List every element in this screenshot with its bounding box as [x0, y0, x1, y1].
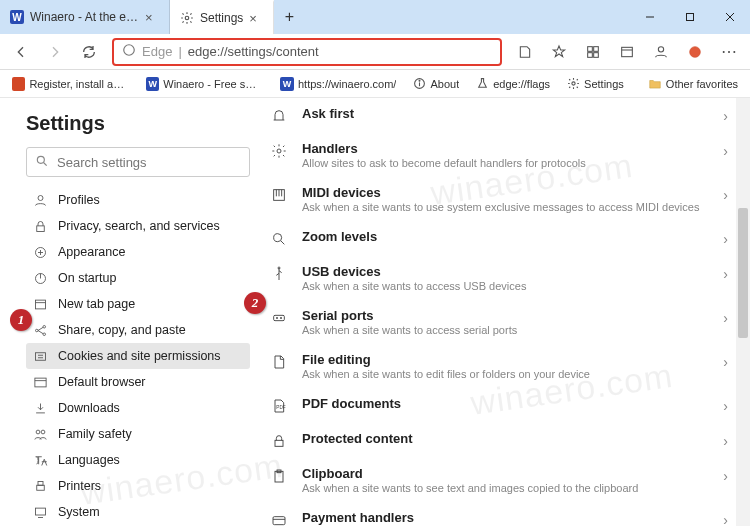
scrollbar-thumb[interactable]	[738, 208, 748, 338]
sidebar-item-appearance[interactable]: Appearance	[26, 239, 250, 265]
back-button[interactable]	[6, 37, 36, 67]
chevron-right-icon: ›	[723, 433, 734, 449]
sidebar-item-system[interactable]: System	[26, 499, 250, 525]
chevron-right-icon: ›	[723, 398, 734, 414]
menu-button[interactable]: ⋯	[714, 37, 744, 67]
search-input[interactable]: Search settings	[26, 147, 250, 177]
edge-icon	[122, 43, 136, 60]
tab-winaero[interactable]: W Winaero - At the edge of tweak ×	[0, 0, 170, 34]
svg-rect-52	[274, 315, 285, 320]
permission-file[interactable]: File editingAsk when a site wants to edi…	[266, 344, 738, 388]
permission-protected[interactable]: Protected content›	[266, 423, 738, 458]
sidebar-item-label: On startup	[58, 271, 116, 285]
svg-rect-37	[36, 485, 44, 490]
lock-icon	[32, 218, 48, 234]
svg-point-35	[36, 430, 40, 434]
svg-point-28	[43, 325, 46, 328]
system-icon	[32, 504, 48, 520]
permission-midi[interactable]: MIDI devicesAsk when a site wants to use…	[266, 177, 738, 221]
svg-rect-8	[588, 52, 593, 57]
chevron-right-icon: ›	[723, 512, 734, 526]
svg-rect-59	[273, 517, 285, 525]
sidebar-item-lock[interactable]: Privacy, search, and services	[26, 213, 250, 239]
svg-line-50	[281, 241, 284, 244]
serial-icon	[270, 309, 288, 327]
permission-usb[interactable]: USB devicesAsk when a site wants to acce…	[266, 256, 738, 300]
printer-icon	[32, 478, 48, 494]
sidebar-item-printer[interactable]: Printers	[26, 473, 250, 499]
sidebar-item-label: New tab page	[58, 297, 135, 311]
svg-line-19	[44, 162, 47, 165]
download-icon	[32, 400, 48, 416]
content-area: Settings Search settings ProfilesPrivacy…	[0, 98, 750, 526]
close-icon[interactable]: ×	[145, 10, 159, 24]
chevron-right-icon: ›	[723, 354, 734, 370]
search-icon	[35, 154, 49, 171]
sidebar-item-permissions[interactable]: Cookies and site permissions	[26, 343, 250, 369]
info-icon	[412, 77, 426, 91]
page-title: Settings	[26, 112, 250, 135]
sidebar-item-share[interactable]: Share, copy, and paste	[26, 317, 250, 343]
permission-title: Payment handlers	[302, 510, 709, 525]
svg-point-29	[43, 333, 46, 336]
minimize-button[interactable]	[630, 0, 670, 34]
permission-subtitle: Ask when a site wants to use system excl…	[302, 201, 709, 213]
sidebar-item-label: Languages	[58, 453, 120, 467]
bookmark-item[interactable]: About	[406, 75, 465, 93]
permission-clipboard[interactable]: ClipboardAsk when a site wants to see te…	[266, 458, 738, 502]
svg-rect-2	[687, 14, 694, 21]
permission-zoom[interactable]: Zoom levels›	[266, 221, 738, 256]
bookmark-item[interactable]: Whttps://winaero.com/	[274, 75, 402, 93]
favorite-button[interactable]	[544, 37, 574, 67]
permission-handlers[interactable]: HandlersAllow sites to ask to become def…	[266, 133, 738, 177]
newtab-icon	[32, 296, 48, 312]
svg-text:PDF: PDF	[276, 405, 285, 410]
sidebar-item-family[interactable]: Family safety	[26, 421, 250, 447]
sidebar-item-power[interactable]: On startup	[26, 265, 250, 291]
permission-payment[interactable]: Payment handlersAllow sites to install p…	[266, 502, 738, 526]
address-bar[interactable]: Edge | edge://settings/content	[112, 38, 502, 66]
sidebar-item-label: Privacy, search, and services	[58, 219, 220, 233]
sidebar-item-label: System	[58, 505, 100, 519]
svg-point-36	[41, 430, 45, 434]
permission-title: USB devices	[302, 264, 709, 279]
favorites-list-button[interactable]	[578, 37, 608, 67]
sidebar-item-language[interactable]: Languages	[26, 447, 250, 473]
other-favorites[interactable]: Other favorites	[642, 75, 744, 93]
svg-rect-21	[36, 225, 44, 231]
close-icon[interactable]: ×	[249, 11, 263, 25]
extension-button[interactable]	[680, 37, 710, 67]
gear-icon	[180, 11, 194, 25]
bookmark-item[interactable]: Register, install and...	[6, 75, 136, 93]
collections-button[interactable]	[612, 37, 642, 67]
forward-button[interactable]	[40, 37, 70, 67]
address-url: edge://settings/content	[188, 44, 319, 59]
svg-rect-30	[35, 352, 45, 360]
new-tab-button[interactable]: +	[274, 0, 304, 34]
scrollbar[interactable]	[736, 98, 750, 526]
bookmark-item[interactable]: edge://flags	[469, 75, 556, 93]
sidebar-item-browser[interactable]: Default browser	[26, 369, 250, 395]
sidebar-item-newtab[interactable]: New tab page	[26, 291, 250, 317]
settings-sidebar: Settings Search settings ProfilesPrivacy…	[0, 98, 260, 526]
maximize-button[interactable]	[670, 0, 710, 34]
permission-notify[interactable]: Ask first›	[266, 98, 738, 133]
chevron-right-icon: ›	[723, 108, 734, 124]
sidebar-item-profile[interactable]: Profiles	[26, 187, 250, 213]
sidebar-item-label: Downloads	[58, 401, 120, 415]
gear-icon	[566, 77, 580, 91]
chevron-right-icon: ›	[723, 468, 734, 484]
permission-serial[interactable]: Serial portsAsk when a site wants to acc…	[266, 300, 738, 344]
permission-pdf[interactable]: PDFPDF documents›	[266, 388, 738, 423]
bookmark-item[interactable]: WWinaero - Free sma...	[140, 75, 270, 93]
chevron-right-icon: ›	[723, 310, 734, 326]
bookmark-item[interactable]: Settings	[560, 75, 630, 93]
profile-button[interactable]	[646, 37, 676, 67]
sidebar-item-download[interactable]: Downloads	[26, 395, 250, 421]
annotation-badge-2: 2	[244, 292, 266, 314]
tab-settings[interactable]: Settings ×	[170, 0, 274, 34]
close-window-button[interactable]	[710, 0, 750, 34]
reading-button[interactable]	[510, 37, 540, 67]
refresh-button[interactable]	[74, 37, 104, 67]
chevron-right-icon: ›	[723, 266, 734, 282]
